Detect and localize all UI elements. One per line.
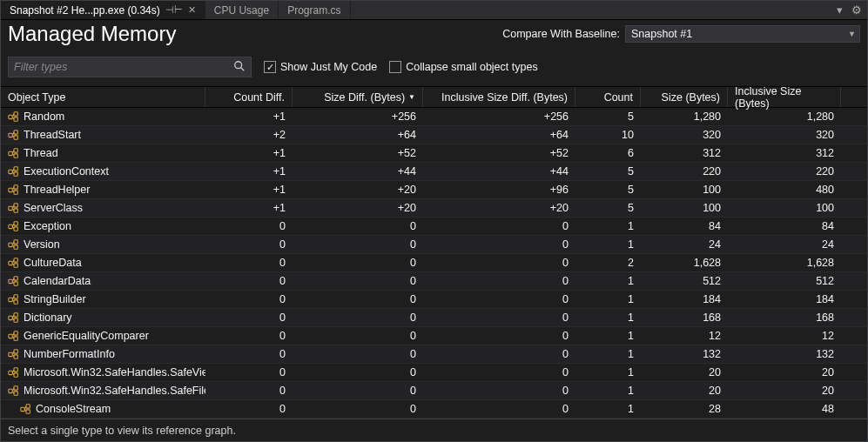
table-row[interactable]: NumberFormatInfo0001132132	[1, 345, 867, 364]
cell-count: 6	[575, 147, 641, 159]
tab-label: CPU Usage	[214, 4, 269, 17]
class-icon	[8, 129, 20, 141]
filter-box[interactable]	[8, 57, 252, 77]
cell-isize: 168	[728, 311, 841, 324]
type-name: Exception	[24, 220, 71, 232]
table-row[interactable]: Microsoft.Win32.SafeHandles.SafeFile…000…	[1, 382, 867, 400]
show-my-code-checkbox[interactable]: ✓ Show Just My Code	[264, 61, 377, 73]
tab[interactable]: Program.cs	[279, 1, 350, 19]
cell-isize_diff: 0	[423, 311, 575, 324]
cell-isize_diff: 0	[423, 330, 575, 342]
class-icon	[8, 293, 20, 305]
cell-count_diff: 0	[205, 293, 293, 305]
cell-count: 1	[575, 403, 641, 415]
svg-rect-83	[26, 405, 30, 408]
search-icon[interactable]	[233, 60, 246, 75]
cell-isize_diff: +44	[423, 165, 575, 177]
table-row[interactable]: Microsoft.Win32.SafeHandles.SafeVie…0001…	[1, 364, 867, 382]
table-row[interactable]: StringBuilder0001184184	[1, 291, 867, 309]
type-name: ExecutionContext	[24, 165, 109, 177]
cell-count_diff: +1	[205, 110, 293, 123]
cell-count_diff: +1	[205, 202, 293, 214]
class-icon	[8, 238, 20, 251]
column-header-count_diff[interactable]: Count Diff.	[205, 87, 293, 107]
cell-isize: 512	[728, 275, 841, 287]
column-header-size[interactable]: Size (Bytes)	[641, 87, 728, 107]
cell-size: 168	[641, 311, 728, 324]
tabbar-right: ▾⚙	[831, 1, 867, 19]
table-row[interactable]: ConsoleStream00012848	[1, 400, 867, 419]
table-row[interactable]: GenericEqualityComparer00011212	[1, 327, 867, 345]
chevron-down-icon[interactable]: ▾	[837, 3, 843, 17]
gear-icon[interactable]: ⚙	[851, 3, 862, 17]
cell-type: GenericEqualityComparer	[1, 330, 205, 342]
svg-line-1	[241, 68, 245, 71]
cell-count: 1	[575, 275, 641, 287]
cell-size: 20	[641, 385, 728, 397]
cell-isize_diff: 0	[423, 385, 575, 397]
svg-rect-43	[14, 258, 17, 262]
column-label: Size Diff. (Bytes)	[324, 91, 405, 104]
column-header-size_diff[interactable]: Size Diff. (Bytes)▼	[293, 87, 423, 107]
column-label: Count Diff.	[233, 91, 285, 104]
svg-rect-49	[14, 282, 17, 285]
table-row[interactable]: CultureData00021,6281,628	[1, 254, 867, 272]
cell-count_diff: 0	[205, 403, 293, 415]
cell-type: Thread	[1, 147, 205, 159]
cell-size: 132	[641, 348, 728, 360]
class-icon	[8, 147, 20, 159]
table-row[interactable]: Dictionary0001168168	[1, 309, 867, 327]
svg-rect-72	[9, 371, 12, 374]
class-icon	[8, 184, 20, 196]
cell-size_diff: 0	[293, 348, 423, 360]
svg-rect-82	[21, 407, 24, 411]
svg-rect-79	[14, 392, 17, 395]
cell-count: 10	[575, 129, 641, 141]
table-row[interactable]: Version00012424	[1, 236, 867, 254]
type-name: Microsoft.Win32.SafeHandles.SafeFile…	[24, 385, 205, 397]
checkbox-label: Show Just My Code	[280, 61, 377, 73]
column-header-isize_diff[interactable]: Inclusive Size Diff. (Bytes)	[423, 87, 575, 107]
cell-isize: 48	[728, 403, 841, 415]
table-row[interactable]: ExecutionContext+1+44+445220220	[1, 163, 867, 181]
pin-icon[interactable]: ⊣⊢	[165, 4, 183, 16]
cell-size_diff: +20	[293, 202, 423, 214]
checkbox-label: Collapse small object types	[406, 61, 537, 73]
tab[interactable]: CPU Usage	[205, 1, 279, 19]
table-row[interactable]: ThreadStart+2+64+6410320320	[1, 126, 867, 144]
column-label: Size (Bytes)	[662, 91, 720, 104]
column-header-type[interactable]: Object Type	[1, 87, 205, 107]
svg-rect-77	[9, 389, 12, 392]
cell-size_diff: +20	[293, 184, 423, 196]
tab[interactable]: Snapshot #2 He...pp.exe (0.34s)⊣⊢✕	[1, 1, 205, 19]
type-name: CultureData	[24, 257, 82, 269]
cell-count_diff: +1	[205, 147, 293, 159]
table-body[interactable]: Random+1+256+25651,2801,280ThreadStart+2…	[1, 108, 867, 419]
table-row[interactable]: Thread+1+52+526312312	[1, 144, 867, 163]
cell-isize_diff: +96	[423, 184, 575, 196]
column-header-count[interactable]: Count	[575, 87, 641, 107]
status-bar: Select a single type to view its referen…	[1, 419, 867, 441]
class-icon	[8, 220, 20, 232]
svg-rect-12	[9, 151, 12, 155]
cell-isize: 480	[728, 184, 841, 196]
filter-input[interactable]	[9, 57, 251, 77]
cell-type: Version	[1, 238, 205, 251]
table-row[interactable]: Exception00018484	[1, 218, 867, 236]
table-row[interactable]: ServerClass+1+20+205100100	[1, 199, 867, 218]
type-name: Random	[24, 110, 64, 123]
cell-isize_diff: +20	[423, 202, 575, 214]
svg-rect-34	[14, 227, 17, 231]
cell-type: CultureData	[1, 257, 205, 269]
collapse-small-checkbox[interactable]: Collapse small object types	[389, 61, 537, 73]
baseline-select[interactable]: Snapshot #1 ▼	[625, 25, 860, 43]
cell-isize_diff: 0	[423, 403, 575, 415]
table-row[interactable]: ThreadHelper+1+20+965100480	[1, 181, 867, 199]
tab-bar: Snapshot #2 He...pp.exe (0.34s)⊣⊢✕CPU Us…	[1, 1, 867, 20]
column-header-isize[interactable]: Inclusive Size (Bytes)	[728, 87, 841, 107]
close-icon[interactable]: ✕	[188, 4, 196, 16]
cell-size_diff: 0	[293, 311, 423, 324]
table-row[interactable]: CalendarData0001512512	[1, 272, 867, 291]
cell-isize: 20	[728, 385, 841, 397]
table-row[interactable]: Random+1+256+25651,2801,280	[1, 108, 867, 126]
